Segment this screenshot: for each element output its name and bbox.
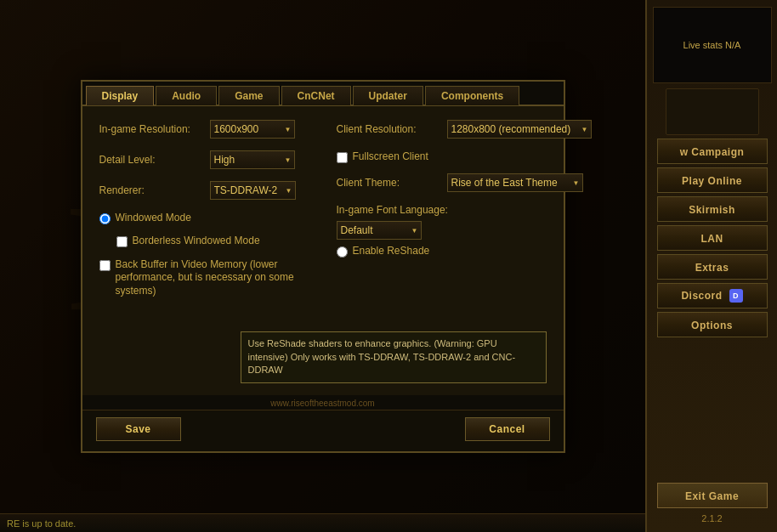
renderer-label: Renderer: xyxy=(99,184,210,196)
detail-level-select[interactable]: High Medium Low xyxy=(210,150,295,169)
reshade-tooltip: Use ReShade shaders to enhance graphics.… xyxy=(241,331,547,382)
reshade-radio[interactable] xyxy=(337,246,348,258)
right-sidebar: Live stats N/A w Campaign Play Online Sk… xyxy=(645,0,777,532)
cancel-button[interactable]: Cancel xyxy=(465,417,550,441)
sidebar-item-extras[interactable]: Extras xyxy=(657,254,768,280)
client-resolution-label: Client Resolution: xyxy=(337,123,447,135)
detail-level-row: Detail Level: High Medium Low xyxy=(99,150,296,169)
borderless-windowed-checkbox[interactable] xyxy=(116,236,128,247)
tabs-row: Display Audio Game CnCNet Updater Compon… xyxy=(82,82,564,106)
client-resolution-select[interactable]: 1280x800 (recommended) 1920x1080 xyxy=(447,120,592,139)
decorative-panel xyxy=(666,88,759,135)
dialog-content: In-game Resolution: 1600x900 1920x1080 1… xyxy=(82,106,564,395)
ingame-resolution-row: In-game Resolution: 1600x900 1920x1080 1… xyxy=(99,120,296,139)
sidebar-item-options[interactable]: Options xyxy=(657,312,768,337)
font-lang-section: In-game Font Language: Default xyxy=(337,204,592,240)
fullscreen-row: Fullscreen Client xyxy=(337,150,592,164)
font-lang-select[interactable]: Default xyxy=(337,221,422,240)
client-resolution-select-wrapper: 1280x800 (recommended) 1920x1080 xyxy=(447,120,592,139)
dialog-footer: Save Cancel xyxy=(82,410,564,451)
borderless-windowed-label[interactable]: Borderless Windowed Mode xyxy=(133,235,260,248)
sidebar-item-lan[interactable]: LAN xyxy=(657,225,768,251)
sidebar-item-discord[interactable]: Discord D xyxy=(657,283,768,308)
url-bar: www.riseoftheeastmod.com xyxy=(82,395,564,410)
ingame-resolution-label: In-game Resolution: xyxy=(99,123,210,135)
sidebar-item-skirmish[interactable]: Skirmish xyxy=(657,196,768,222)
reshade-label[interactable]: Enable ReShade xyxy=(353,245,430,258)
tab-components[interactable]: Components xyxy=(425,86,519,105)
sidebar-item-campaign[interactable]: w Campaign xyxy=(657,139,768,164)
sidebar-item-exit[interactable]: Exit Game xyxy=(657,483,768,508)
status-bar: RE is up to date. xyxy=(0,513,645,532)
save-button[interactable]: Save xyxy=(96,417,181,441)
settings-dialog: Display Audio Game CnCNet Updater Compon… xyxy=(81,80,565,453)
fullscreen-checkbox[interactable] xyxy=(337,152,348,163)
tab-cncnet[interactable]: CnCNet xyxy=(281,86,351,105)
renderer-select-wrapper: TS-DDRAW-2 TS-DDRAW CNC-DDRAW xyxy=(210,181,296,200)
discord-icon: D xyxy=(729,289,743,303)
client-theme-select[interactable]: Rise of the East Theme Default xyxy=(447,173,583,192)
tab-audio[interactable]: Audio xyxy=(156,86,217,105)
fullscreen-label[interactable]: Fullscreen Client xyxy=(353,150,428,164)
client-theme-select-wrapper: Rise of the East Theme Default xyxy=(447,173,583,192)
back-buffer-row: Back Buffer in Video Memory (lower perfo… xyxy=(99,258,296,298)
sidebar-item-play-online[interactable]: Play Online xyxy=(657,167,768,193)
back-buffer-checkbox[interactable] xyxy=(99,260,111,271)
windowed-mode-label[interactable]: Windowed Mode xyxy=(116,212,191,225)
modal-overlay: Display Audio Game CnCNet Updater Compon… xyxy=(0,0,645,532)
renderer-row: Renderer: TS-DDRAW-2 TS-DDRAW CNC-DDRAW xyxy=(99,181,296,200)
windowed-mode-row: Windowed Mode xyxy=(99,212,296,225)
ingame-resolution-select[interactable]: 1600x900 1920x1080 1280x720 xyxy=(210,120,295,139)
client-resolution-row: Client Resolution: 1280x800 (recommended… xyxy=(337,120,592,139)
live-stats-label: Live stats N/A xyxy=(683,40,741,50)
live-stats-box: Live stats N/A xyxy=(653,7,772,83)
font-lang-label: In-game Font Language: xyxy=(337,204,592,216)
detail-level-select-wrapper: High Medium Low xyxy=(210,150,295,169)
font-lang-select-wrapper: Default xyxy=(337,221,422,240)
borderless-windowed-row: Borderless Windowed Mode xyxy=(99,235,296,248)
windowed-mode-radio[interactable] xyxy=(99,213,111,224)
version-label: 2.1.2 xyxy=(701,513,722,524)
left-column: In-game Resolution: 1600x900 1920x1080 1… xyxy=(99,120,296,308)
client-theme-label: Client Theme: xyxy=(337,177,447,189)
back-buffer-label[interactable]: Back Buffer in Video Memory (lower perfo… xyxy=(116,258,296,298)
right-column: Client Resolution: 1280x800 (recommended… xyxy=(337,120,592,308)
form-columns: In-game Resolution: 1600x900 1920x1080 1… xyxy=(99,120,547,308)
status-text: RE is up to date. xyxy=(7,518,76,529)
tab-display[interactable]: Display xyxy=(86,86,155,105)
client-theme-row: Client Theme: Rise of the East Theme Def… xyxy=(337,173,592,192)
detail-level-label: Detail Level: xyxy=(99,154,210,166)
tab-updater[interactable]: Updater xyxy=(353,86,423,105)
reshade-row: Enable ReShade xyxy=(337,245,592,258)
tab-game[interactable]: Game xyxy=(218,86,279,105)
renderer-select[interactable]: TS-DDRAW-2 TS-DDRAW CNC-DDRAW xyxy=(210,181,296,200)
ingame-resolution-select-wrapper: 1600x900 1920x1080 1280x720 xyxy=(210,120,295,139)
